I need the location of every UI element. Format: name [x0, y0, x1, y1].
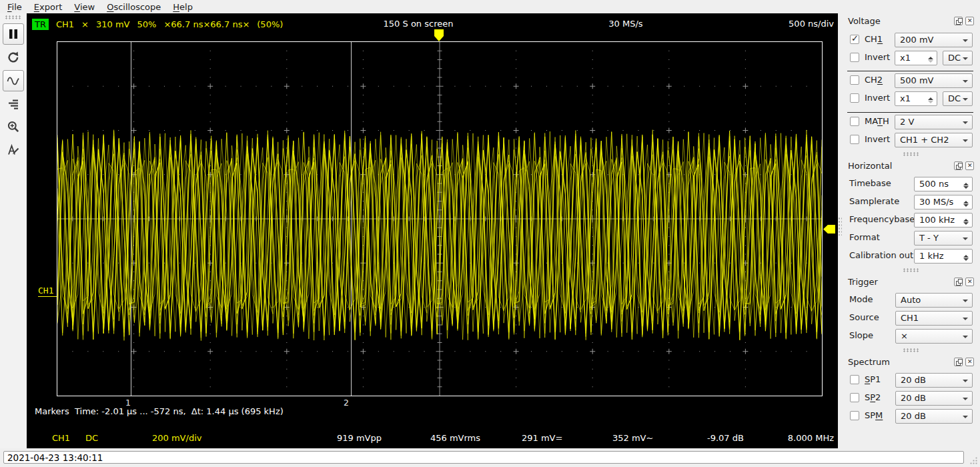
- menu-file[interactable]: File: [1, 1, 28, 13]
- ch2-probe-spinbox[interactable]: x1: [895, 91, 937, 106]
- scope-display-svg: [57, 42, 822, 396]
- meas-scale: 200 mV/div: [152, 433, 201, 443]
- trigger-close-button[interactable]: [965, 278, 974, 286]
- calibration-spinbox[interactable]: 1 kHz: [914, 249, 973, 264]
- menu-bar: File Export View Oscilloscope Help: [0, 0, 980, 14]
- meas-coupling: DC: [85, 433, 98, 443]
- horizontal-title: Horizontal: [848, 161, 892, 171]
- ch1-checkbox[interactable]: [850, 35, 859, 44]
- measure-pen-icon: [7, 143, 20, 156]
- trigger-float-button[interactable]: [954, 278, 963, 286]
- trigger-status-line: TR CH1 × 310 mV 50% ×66.7 ns×66.7 ns× (5…: [32, 19, 283, 30]
- ch1-offset-marker[interactable]: CH1: [38, 286, 57, 297]
- menu-oscilloscope[interactable]: Oscilloscope: [101, 1, 167, 13]
- scope-area: TR CH1 × 310 mV 50% ×66.7 ns×66.7 ns× (5…: [27, 13, 838, 448]
- menu-export[interactable]: Export: [28, 1, 69, 13]
- dock-splitter-3[interactable]: [903, 348, 920, 352]
- frequencybase-label: Frequencybase: [849, 214, 915, 224]
- voltage-close-button[interactable]: [965, 17, 974, 25]
- zoom-in-button[interactable]: [3, 117, 23, 137]
- sp1-magnitude-select[interactable]: 20 dB: [895, 373, 973, 388]
- timestamp-field: 2021-04-23 13:40:11: [3, 451, 964, 464]
- spectrum-float-button[interactable]: [954, 358, 963, 366]
- levels-button[interactable]: [3, 94, 23, 114]
- sp1-label: SP1: [865, 374, 881, 384]
- trigger-slope-label: Slope: [849, 330, 873, 340]
- spm-magnitude-select[interactable]: 20 dB: [895, 409, 973, 424]
- meas-vpp: 919 mVpp: [337, 433, 382, 443]
- ch1-gain-select[interactable]: 200 mV: [895, 33, 973, 47]
- pause-icon: [7, 27, 20, 41]
- spm-checkbox[interactable]: [850, 411, 859, 420]
- format-label: Format: [849, 232, 880, 242]
- frequencybase-spinbox[interactable]: 100 kHz: [914, 213, 973, 227]
- trigger-channel: CH1: [56, 19, 74, 29]
- math-gain-select[interactable]: 2 V: [895, 115, 973, 129]
- samplerate-status: 30 MS/s: [608, 19, 642, 29]
- measure-button[interactable]: [3, 139, 23, 159]
- dock-splitter-2[interactable]: [903, 268, 920, 272]
- trigger-slope-glyph: ×: [81, 19, 89, 29]
- sp1-checkbox[interactable]: [850, 375, 859, 384]
- math-checkbox[interactable]: [850, 117, 859, 126]
- meas-frequency: 8.000 MHz: [788, 433, 834, 443]
- levels-icon: [7, 97, 20, 111]
- ch2-coupling-select[interactable]: DC: [943, 91, 973, 106]
- samples-on-screen: 150 S on screen: [384, 19, 454, 29]
- pause-button[interactable]: [3, 23, 24, 45]
- trigger-badge: TR: [32, 19, 49, 30]
- side-panel: Voltage CH1 200 mV Invert x1 DC C: [842, 13, 980, 448]
- format-select[interactable]: T - Y: [914, 231, 973, 246]
- toolbar-drag-handle[interactable]: [5, 15, 22, 19]
- voltage-float-button[interactable]: [954, 17, 963, 25]
- ch2-invert-checkbox[interactable]: [850, 93, 859, 103]
- main-area: TR CH1 × 310 mV 50% ×66.7 ns×66.7 ns× (5…: [0, 13, 980, 448]
- menu-help[interactable]: Help: [167, 1, 199, 13]
- ch1-invert-checkbox[interactable]: [850, 53, 859, 62]
- markers-readout: Markers Time: -2.01 µs ... -572 ns, Δt: …: [35, 406, 284, 416]
- horizontal-float-button[interactable]: [954, 161, 963, 170]
- math-invert-checkbox[interactable]: [850, 135, 859, 144]
- meas-vrms: 456 mVrms: [430, 433, 480, 443]
- waveform-icon: [7, 74, 20, 87]
- status-bar: 2021-04-23 13:40:11: [0, 448, 980, 467]
- math-mode-select[interactable]: CH1 + CH2: [895, 133, 973, 147]
- voltage-separator-1: [847, 71, 973, 71]
- left-toolbar: [0, 13, 27, 448]
- meas-vdc: 291 mV=: [522, 433, 562, 443]
- trigger-pretrigger: (50%): [257, 19, 283, 29]
- samplerate-label: Samplerate: [849, 196, 899, 206]
- math-invert-label: Invert: [865, 134, 890, 144]
- timebase-spinbox[interactable]: 500 ns: [914, 177, 973, 191]
- scope-display[interactable]: [57, 41, 823, 396]
- resize-grip[interactable]: [969, 456, 978, 465]
- voltage-separator-2: [847, 112, 973, 113]
- meas-db: -9.07 dB: [707, 433, 744, 443]
- waveform-view-button[interactable]: [3, 70, 24, 91]
- zoom-in-icon: [7, 120, 20, 133]
- trigger-source-label: Source: [849, 312, 879, 322]
- trigger-slope-select[interactable]: ×: [895, 329, 973, 344]
- sp2-checkbox[interactable]: [850, 393, 859, 402]
- ch2-label: CH2: [865, 75, 883, 85]
- ch1-coupling-select[interactable]: DC: [943, 51, 973, 65]
- trigger-level-marker[interactable]: [823, 225, 835, 234]
- sp2-magnitude-select[interactable]: 20 dB: [895, 391, 973, 406]
- meas-channel: CH1: [52, 433, 70, 443]
- spectrum-close-button[interactable]: [965, 358, 974, 366]
- refresh-button[interactable]: [3, 47, 23, 67]
- marker2-label[interactable]: 2: [344, 398, 349, 408]
- ch1-probe-spinbox[interactable]: x1: [895, 51, 937, 65]
- trigger-position-marker[interactable]: [434, 29, 444, 41]
- horizontal-close-button[interactable]: [965, 161, 974, 170]
- ch2-gain-select[interactable]: 500 mV: [895, 73, 973, 88]
- trigger-holdoff: ×66.7 ns×66.7 ns×: [163, 19, 250, 29]
- ch2-checkbox[interactable]: [850, 75, 859, 85]
- trigger-source-select[interactable]: CH1: [895, 311, 973, 326]
- menu-view[interactable]: View: [68, 1, 101, 13]
- timebase-status: 500 ns/div: [789, 19, 834, 29]
- dock-splitter-1[interactable]: [903, 152, 920, 156]
- samplerate-spinbox[interactable]: 30 MS/s: [914, 195, 973, 209]
- trigger-mode-select[interactable]: Auto: [895, 293, 973, 308]
- ch1-invert-label: Invert: [865, 52, 890, 62]
